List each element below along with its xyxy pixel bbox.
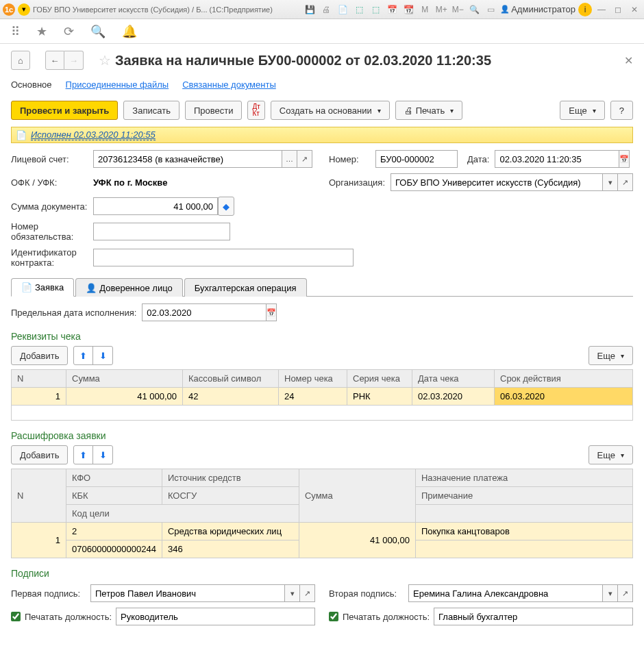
check-add-button[interactable]: Добавить [11,346,68,365]
dcell-kfo[interactable]: 2 [66,523,162,540]
dcell-purpose[interactable]: Покупка канцтоваров [415,523,632,540]
obligation-input[interactable] [93,223,230,240]
dcol-kfo[interactable]: КФО [66,469,162,487]
col-valid[interactable]: Срок действия [495,370,633,388]
dcol-n[interactable]: N [12,469,66,523]
number-input[interactable] [375,150,458,168]
dcol-src[interactable]: Источник средств [162,469,299,487]
account-input[interactable] [93,150,282,168]
dcell-kbk[interactable]: 07060000000000244 [66,540,162,558]
user-badge[interactable]: 👤 Администратор [500,4,575,14]
star-icon[interactable]: ☆ [99,52,111,69]
dcol-sum[interactable]: Сумма [299,469,415,523]
tab-request[interactable]: 📄 Заявка [11,278,74,297]
tab-proxy[interactable]: 👤 Доверенное лицо [75,278,182,297]
cell-n[interactable]: 1 [12,388,66,406]
history-icon[interactable]: ⟳ [64,24,74,39]
close-window-icon[interactable]: ✕ [628,3,641,16]
dcell-n[interactable]: 1 [12,523,66,558]
col-sym[interactable]: Кассовый символ [183,370,279,388]
detail-more-button[interactable]: Еще [589,445,633,464]
deadline-input[interactable] [142,303,267,321]
print-pos1-checkbox[interactable] [11,612,21,621]
dcol-note[interactable]: Примечание [415,487,632,505]
status-text[interactable]: Исполнен 02.03.2020 11:20:55 [31,129,156,140]
print-button[interactable]: 🖨 Печать [395,101,463,120]
col-chkdate[interactable]: Дата чека [412,370,495,388]
select-icon[interactable]: … [282,150,297,168]
favorite-icon[interactable]: ★ [36,24,47,39]
org-input[interactable] [391,173,603,191]
sum-input[interactable] [93,197,218,215]
post-and-close-button[interactable]: Провести и закрыть [11,101,118,120]
apps-icon[interactable]: ⠿ [11,24,20,39]
print-icon[interactable]: 🖨 [319,3,333,16]
forward-button[interactable]: → [64,51,84,70]
dcell-kosgu[interactable]: 346 [162,540,299,558]
org-dropdown-icon[interactable]: ▾ [603,173,618,191]
help-button[interactable]: ? [610,101,633,120]
cell-valid[interactable]: 06.03.2020 [495,388,633,406]
cell-sum[interactable]: 41 000,00 [66,388,183,406]
contract-id-input[interactable] [93,249,354,266]
cal-icon[interactable]: 📆 [401,3,415,16]
save-icon[interactable]: 💾 [303,3,317,16]
home-button[interactable]: ⌂ [11,51,30,70]
deadline-calendar-icon[interactable]: 📅 [267,303,277,321]
detail-up-icon[interactable]: ⬆ [74,446,93,464]
print-pos2-checkbox[interactable] [329,612,338,621]
calc-icon[interactable]: 📅 [385,3,399,16]
col-n[interactable]: N [12,370,66,388]
dropdown-icon[interactable]: ▾ [18,3,30,16]
save-button[interactable]: Записать [123,101,179,120]
m-icon[interactable]: M [418,3,432,16]
link-icon[interactable]: ⬚ [369,3,382,16]
cell-chknum[interactable]: 24 [279,388,347,406]
dcol-kbk[interactable]: КБК [66,487,162,505]
close-document-icon[interactable]: ✕ [624,54,633,67]
tab-attached-files[interactable]: Присоединенные файлы [66,79,169,90]
detail-row[interactable]: 1 2 Средства юридических лиц 41 000,00 П… [12,523,633,540]
zoom-icon[interactable]: 🔍 [467,3,481,16]
check-more-button[interactable]: Еще [589,346,633,365]
sig2-open-icon[interactable]: ↗ [618,584,633,602]
notifications-icon[interactable]: 🔔 [122,24,137,39]
dcol-goal[interactable]: Код цели [66,505,299,523]
m-minus-icon[interactable]: M− [451,3,465,16]
back-button[interactable]: ← [45,51,64,70]
sig2-input[interactable] [408,584,603,602]
dt-kt-button[interactable]: ДтКт [247,101,264,120]
dcell-sum[interactable]: 41 000,00 [299,523,415,558]
dcol-kosgu[interactable]: КОСГУ [162,487,299,505]
sig1-input[interactable] [90,584,285,602]
cell-chkdate[interactable]: 02.03.2020 [412,388,495,406]
col-sum[interactable]: Сумма [66,370,183,388]
pos1-input[interactable] [116,608,315,625]
org-open-icon[interactable]: ↗ [618,173,633,191]
detail-add-button[interactable]: Добавить [11,445,68,464]
tab-accounting[interactable]: Бухгалтерская операция [184,278,307,297]
dcell-src[interactable]: Средства юридических лиц [162,523,299,540]
minimize-icon[interactable]: — [595,3,608,16]
tab-related-docs[interactable]: Связанные документы [182,79,276,90]
info-icon[interactable]: i [578,3,592,16]
move-up-icon[interactable]: ⬆ [74,347,93,364]
post-button[interactable]: Провести [185,101,243,120]
detail-down-icon[interactable]: ⬇ [93,446,112,464]
sig1-dropdown-icon[interactable]: ▾ [285,584,300,602]
maximize-icon[interactable]: ◻ [611,3,625,16]
move-down-icon[interactable]: ⬇ [93,347,112,364]
sig2-dropdown-icon[interactable]: ▾ [603,584,618,602]
pos2-input[interactable] [434,608,633,625]
col-chknum[interactable]: Номер чека [279,370,347,388]
col-chkser[interactable]: Серия чека [347,370,412,388]
m-plus-icon[interactable]: M+ [434,3,448,16]
create-based-on-button[interactable]: Создать на основании [271,101,390,120]
cell-sym[interactable]: 42 [183,388,279,406]
sig1-open-icon[interactable]: ↗ [300,584,315,602]
panel-icon[interactable]: ▭ [484,3,497,16]
doc-icon[interactable]: 📄 [336,3,349,16]
search-icon[interactable]: 🔍 [90,24,106,39]
calendar-icon[interactable]: 📅 [619,150,630,168]
tab-main[interactable]: Основное [11,79,52,90]
